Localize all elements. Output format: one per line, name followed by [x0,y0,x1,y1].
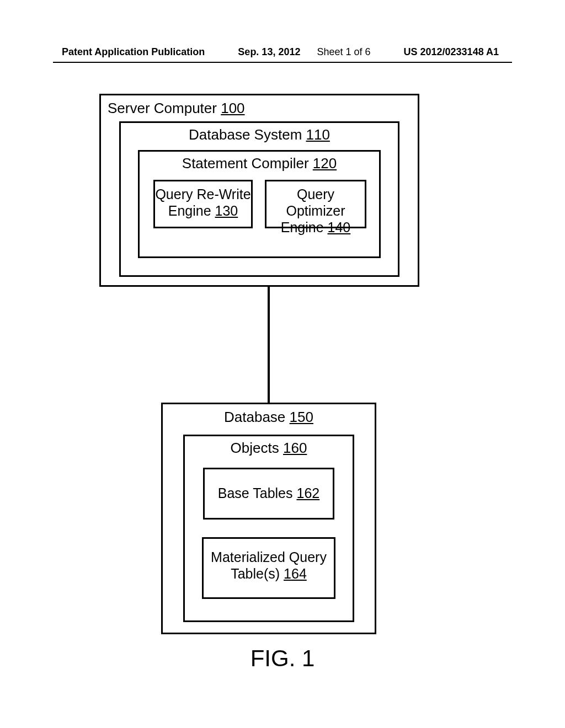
header-date: Sep. 13, 2012 [238,46,300,58]
database-system-num: 110 [306,126,330,143]
database-title: Database 150 [163,409,375,426]
server-computer-title: Server Computer 100 [101,100,418,117]
header-divider [53,62,512,63]
query-rewrite-line1: Query Re-Write [155,186,250,202]
objects-title: Objects 160 [185,440,353,457]
mqt-line2: Table(s) [231,566,280,581]
mqt-num: 164 [284,566,307,581]
base-tables-title: Base Tables 162 [205,469,333,501]
query-rewrite-line2: Engine [168,203,211,218]
header-sheet: Sheet 1 of 6 [317,46,370,58]
objects-num: 160 [283,440,307,456]
server-computer-num: 100 [221,100,244,116]
base-tables-box: Base Tables 162 [203,468,334,520]
connector-line [268,287,270,403]
query-rewrite-engine-title: Query Re-Write Engine 130 [155,181,251,219]
server-computer-label: Server Computer [108,100,217,116]
query-rewrite-engine-box: Query Re-Write Engine 130 [153,180,253,228]
header-left: Patent Application Publication [62,46,205,58]
query-optimizer-engine-title: Query Optimizer Engine 140 [266,181,365,235]
base-tables-label: Base Tables [218,485,293,501]
query-optimizer-line2: Engine [281,220,324,235]
objects-label: Objects [231,440,279,456]
database-system-label: Database System [189,126,302,143]
query-optimizer-line1: Query Optimizer [286,186,345,218]
database-label: Database [224,409,285,425]
query-optimizer-num: 140 [328,220,351,235]
statement-compiler-title: Statement Compiler 120 [140,155,379,172]
statement-compiler-label: Statement Compiler [182,155,309,172]
page-header: Patent Application Publication Sep. 13, … [62,46,503,58]
figure-label: FIG. 1 [0,645,565,672]
database-system-title: Database System 110 [121,126,398,143]
materialized-query-tables-box: Materialized Query Table(s) 164 [202,537,335,599]
materialized-query-tables-title: Materialized Query Table(s) 164 [204,539,334,582]
header-pubnum: US 2012/0233148 A1 [404,46,499,58]
statement-compiler-num: 120 [313,155,337,172]
database-num: 150 [290,409,313,425]
query-optimizer-engine-box: Query Optimizer Engine 140 [265,180,366,228]
mqt-line1: Materialized Query [211,549,327,565]
query-rewrite-num: 130 [215,203,238,218]
base-tables-num: 162 [296,485,319,501]
page: Patent Application Publication Sep. 13, … [0,0,565,728]
